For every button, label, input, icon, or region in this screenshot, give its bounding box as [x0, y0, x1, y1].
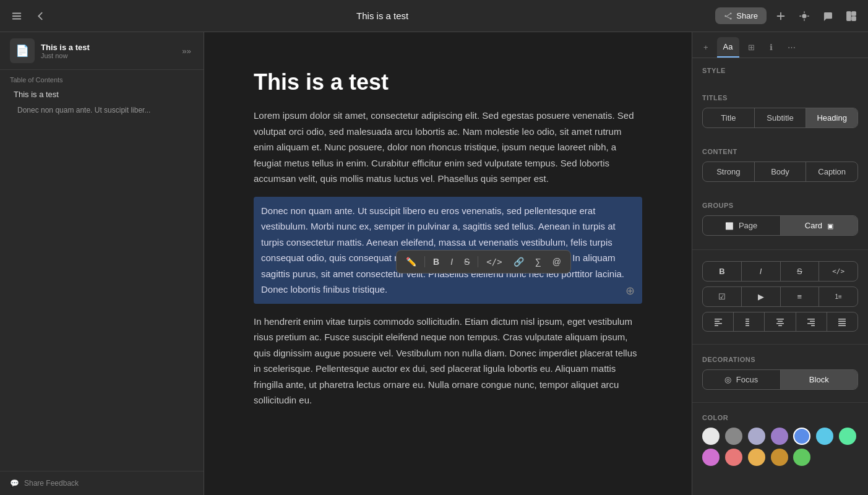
doc-title: This is a test	[41, 43, 173, 52]
svg-rect-15	[715, 325, 718, 327]
color-section: COLOR	[692, 405, 868, 471]
topbar-left	[7, 7, 49, 25]
svg-point-5	[730, 17, 732, 19]
color-swatch-orange[interactable]	[748, 449, 765, 466]
tab-info[interactable]: ℹ	[763, 37, 779, 58]
tab-more[interactable]: ⋯	[781, 37, 802, 58]
svg-line-7	[726, 16, 730, 18]
groups-btn-group: ⬜ Page Card ▣	[702, 215, 858, 236]
align-left-button[interactable]	[703, 312, 734, 331]
svg-rect-13	[715, 321, 720, 322]
expand-button[interactable]: »»	[179, 44, 194, 58]
link-toolbar-btn[interactable]: 🔗	[509, 254, 528, 270]
editor-body-2[interactable]: In hendrerit enim vitae turpis commodo s…	[254, 314, 642, 408]
share-button[interactable]: Share	[715, 7, 767, 24]
color-swatch-blue[interactable]	[793, 428, 810, 445]
layout-button[interactable]	[842, 7, 861, 25]
color-grid	[702, 428, 858, 466]
strikethrough-toolbar-btn[interactable]: S	[460, 254, 474, 270]
panel-divider-3	[692, 402, 868, 403]
numbered-list-button[interactable]: 1≡	[819, 287, 857, 306]
align-center-left-button[interactable]	[734, 312, 765, 331]
svg-rect-20	[776, 319, 784, 320]
italic-toolbar-btn[interactable]: I	[446, 254, 457, 270]
svg-rect-27	[811, 325, 815, 327]
tab-add[interactable]: +	[697, 37, 715, 58]
body-button[interactable]: Body	[755, 162, 807, 181]
color-swatch-white[interactable]	[702, 428, 720, 445]
svg-rect-9	[847, 11, 851, 20]
title-button[interactable]: Title	[703, 108, 755, 127]
main-layout: 📄 This is a test Just now »» Table of Co…	[0, 32, 868, 495]
svg-rect-30	[838, 323, 846, 324]
color-swatch-pink[interactable]	[702, 449, 720, 466]
panel-tabs: + Aa ⊞ ℹ ⋯	[692, 32, 868, 58]
italic-button[interactable]: I	[742, 262, 781, 281]
toc-sub-item-1[interactable]: Donec non quam ante. Ut suscipit liber..…	[0, 103, 204, 118]
more-options-btn[interactable]: ⊕	[625, 282, 635, 301]
comment-button[interactable]	[819, 7, 837, 25]
checkbox-button[interactable]: ☑	[703, 287, 742, 306]
sidebar-doc-item: 📄 This is a test Just now »»	[0, 32, 204, 70]
math-toolbar-btn[interactable]: ∑	[531, 254, 546, 270]
color-swatch-blue-gray[interactable]	[748, 428, 765, 445]
editor-title: This is a test	[254, 69, 642, 95]
card-button[interactable]: Card ▣	[781, 216, 858, 235]
subtitle-button[interactable]: Subtitle	[755, 108, 807, 127]
svg-rect-26	[807, 323, 815, 324]
strong-button[interactable]: Strong	[703, 162, 755, 181]
edit-toolbar-btn[interactable]: ✏️	[402, 254, 421, 270]
sidebar-toggle-button[interactable]	[7, 7, 26, 25]
add-button[interactable]	[771, 7, 790, 25]
tab-style[interactable]: Aa	[717, 37, 739, 58]
mention-toolbar-btn[interactable]: @	[548, 254, 565, 270]
theme-button[interactable]	[795, 7, 814, 25]
doc-info: This is a test Just now	[41, 43, 173, 59]
svg-rect-11	[852, 16, 856, 20]
svg-point-3	[730, 12, 732, 14]
page-label: Page	[739, 221, 757, 230]
play-button[interactable]: ▶	[742, 287, 781, 306]
page-button[interactable]: ⬜ Page	[703, 216, 781, 235]
caption-button[interactable]: Caption	[806, 162, 857, 181]
bold-button[interactable]: B	[703, 262, 742, 281]
heading-button[interactable]: Heading	[806, 108, 857, 127]
bold-toolbar-btn[interactable]: B	[429, 254, 444, 270]
align-right-button[interactable]	[796, 312, 827, 331]
back-button[interactable]	[31, 7, 49, 25]
svg-rect-18	[746, 323, 749, 324]
editor[interactable]: This is a test Lorem ipsum dolor sit ame…	[204, 32, 692, 495]
color-swatch-purple[interactable]	[771, 428, 788, 445]
bullet-list-button[interactable]: ≡	[781, 287, 820, 306]
style-section: Style	[692, 58, 868, 85]
svg-rect-17	[746, 321, 749, 322]
decorations-btn-group: ◎ Focus Block	[702, 369, 858, 390]
svg-rect-25	[810, 321, 815, 322]
decorations-label: DECORATIONS	[702, 356, 858, 363]
svg-point-4	[725, 15, 727, 17]
strike-button[interactable]: S	[781, 262, 820, 281]
focus-button[interactable]: ◎ Focus	[703, 370, 781, 389]
color-swatch-green[interactable]	[839, 428, 856, 445]
color-swatch-brown[interactable]	[771, 449, 788, 466]
color-swatch-gray[interactable]	[725, 428, 742, 445]
color-swatch-red[interactable]	[725, 449, 742, 466]
editor-body-1[interactable]: Lorem ipsum dolor sit amet, consectetur …	[254, 108, 642, 187]
svg-point-8	[802, 14, 806, 18]
titles-btn-group: Title Subtitle Heading	[702, 108, 858, 128]
color-swatch-cyan[interactable]	[816, 428, 833, 445]
svg-rect-24	[807, 319, 815, 320]
decorations-section: DECORATIONS ◎ Focus Block	[692, 347, 868, 400]
code-toolbar-btn[interactable]: </>	[482, 254, 506, 270]
tab-layout[interactable]: ⊞	[742, 37, 761, 58]
toc-item-1[interactable]: This is a test	[4, 86, 200, 103]
content-btn-group: Strong Body Caption	[702, 161, 858, 182]
inline-code-button[interactable]: </>	[819, 262, 857, 281]
align-center-button[interactable]	[765, 312, 796, 331]
align-justify-button[interactable]	[827, 312, 857, 331]
color-swatch-light-green[interactable]	[793, 449, 810, 466]
panel-divider-2	[692, 344, 868, 345]
doc-subtitle: Just now	[41, 52, 173, 59]
sidebar-footer[interactable]: 💬 Share Feedback	[0, 471, 204, 495]
block-button[interactable]: Block	[781, 370, 858, 389]
